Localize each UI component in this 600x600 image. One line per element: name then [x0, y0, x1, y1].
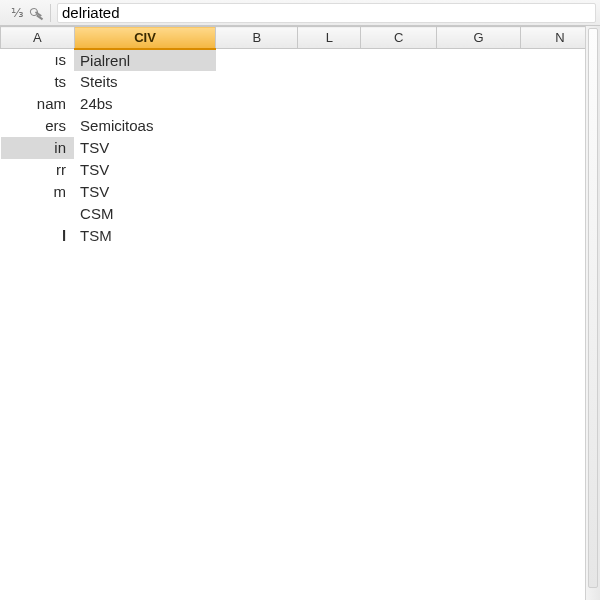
cell[interactable]: [298, 71, 361, 93]
cell[interactable]: [298, 115, 361, 137]
cell[interactable]: [298, 93, 361, 115]
cell[interactable]: [216, 247, 298, 269]
cell[interactable]: [361, 269, 437, 291]
cell[interactable]: [298, 423, 361, 445]
cell[interactable]: [437, 445, 521, 467]
cell[interactable]: [298, 467, 361, 489]
cell[interactable]: [437, 137, 521, 159]
table-row[interactable]: [1, 379, 600, 401]
cell[interactable]: [361, 357, 437, 379]
cell[interactable]: [1, 401, 75, 423]
cell[interactable]: [216, 489, 298, 511]
table-row[interactable]: [1, 533, 600, 555]
column-header-g[interactable]: G: [437, 27, 521, 49]
cell[interactable]: [298, 445, 361, 467]
cell[interactable]: [298, 225, 361, 247]
cell[interactable]: [437, 511, 521, 533]
cell[interactable]: [361, 489, 437, 511]
cell[interactable]: [298, 269, 361, 291]
cell[interactable]: [361, 423, 437, 445]
cell[interactable]: [1, 291, 75, 313]
cell[interactable]: [216, 555, 298, 577]
cell[interactable]: [74, 379, 216, 401]
cell[interactable]: [437, 71, 521, 93]
cell[interactable]: [361, 159, 437, 181]
cell[interactable]: [298, 181, 361, 203]
cell[interactable]: [361, 533, 437, 555]
column-header-a[interactable]: A: [1, 27, 75, 49]
table-row[interactable]: tsSteits: [1, 71, 600, 93]
cell[interactable]: [216, 467, 298, 489]
cell[interactable]: Steits: [74, 71, 216, 93]
cell[interactable]: [216, 401, 298, 423]
table-row[interactable]: [1, 269, 600, 291]
cell[interactable]: [216, 93, 298, 115]
cell[interactable]: [437, 181, 521, 203]
cell[interactable]: [361, 555, 437, 577]
cell[interactable]: [298, 49, 361, 71]
table-row[interactable]: [1, 467, 600, 489]
table-row[interactable]: inTSV: [1, 137, 600, 159]
cell[interactable]: [437, 357, 521, 379]
cell[interactable]: [216, 357, 298, 379]
cell[interactable]: [361, 335, 437, 357]
table-row[interactable]: [1, 489, 600, 511]
table-row[interactable]: [1, 291, 600, 313]
cell[interactable]: [437, 115, 521, 137]
cell[interactable]: CSM: [74, 203, 216, 225]
cell[interactable]: [437, 247, 521, 269]
cell[interactable]: [361, 247, 437, 269]
cell[interactable]: [361, 313, 437, 335]
column-header-l[interactable]: L: [298, 27, 361, 49]
cell[interactable]: [74, 489, 216, 511]
cell[interactable]: [1, 423, 75, 445]
cell[interactable]: [298, 137, 361, 159]
cell[interactable]: [298, 203, 361, 225]
cell[interactable]: [74, 467, 216, 489]
column-header-c[interactable]: C: [361, 27, 437, 49]
cell[interactable]: [216, 577, 298, 599]
cell[interactable]: [361, 203, 437, 225]
table-row[interactable]: rrTSV: [1, 159, 600, 181]
cell[interactable]: [437, 533, 521, 555]
cell[interactable]: m: [1, 181, 75, 203]
cell[interactable]: [437, 577, 521, 599]
cell[interactable]: [74, 533, 216, 555]
cell[interactable]: Pialrenl: [74, 49, 216, 71]
cell[interactable]: [216, 203, 298, 225]
cell[interactable]: [74, 423, 216, 445]
table-row[interactable]: nam24bs: [1, 93, 600, 115]
cell[interactable]: [1, 335, 75, 357]
cell[interactable]: [361, 115, 437, 137]
cell[interactable]: [298, 489, 361, 511]
cell[interactable]: [361, 401, 437, 423]
cell[interactable]: [298, 335, 361, 357]
spreadsheet-grid[interactable]: ACIVBLCGN ısPialrenltsSteitsnam24bsersSe…: [0, 26, 600, 600]
cell[interactable]: [1, 445, 75, 467]
column-header-row[interactable]: ACIVBLCGN: [1, 27, 600, 49]
cell[interactable]: [74, 313, 216, 335]
cell[interactable]: Semicitoas: [74, 115, 216, 137]
cell[interactable]: [437, 93, 521, 115]
cell[interactable]: [1, 203, 75, 225]
cell[interactable]: [74, 291, 216, 313]
cell[interactable]: [216, 225, 298, 247]
cell[interactable]: [361, 445, 437, 467]
table-row[interactable]: [1, 555, 600, 577]
cell[interactable]: [216, 137, 298, 159]
cell[interactable]: [1, 247, 75, 269]
cell[interactable]: [1, 379, 75, 401]
column-header-b[interactable]: B: [216, 27, 298, 49]
cell[interactable]: ıs: [1, 49, 75, 71]
cell[interactable]: [361, 181, 437, 203]
sheet-table[interactable]: ACIVBLCGN ısPialrenltsSteitsnam24bsersSe…: [0, 26, 600, 600]
cell[interactable]: [437, 313, 521, 335]
cell[interactable]: [74, 401, 216, 423]
cell[interactable]: [74, 357, 216, 379]
cell[interactable]: [216, 269, 298, 291]
cell[interactable]: [298, 313, 361, 335]
cell[interactable]: TSV: [74, 181, 216, 203]
cell[interactable]: TSV: [74, 159, 216, 181]
table-row[interactable]: [1, 357, 600, 379]
table-row[interactable]: [1, 335, 600, 357]
